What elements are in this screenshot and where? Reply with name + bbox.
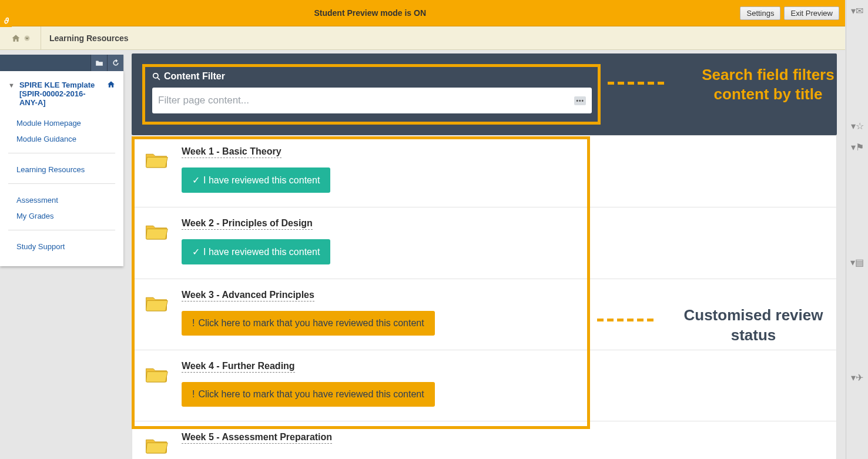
content-filter-input[interactable] bbox=[158, 95, 574, 106]
mark-reviewed-button[interactable]: ! Click here to mark that you have revie… bbox=[182, 382, 435, 407]
content-item: Week 2 - Principles of Design✓ I have re… bbox=[132, 207, 837, 279]
svg-point-0 bbox=[24, 35, 29, 41]
gutter-collapse-icon[interactable]: ▾✉ bbox=[846, 0, 868, 21]
content-item-title[interactable]: Week 5 - Assessment Preparation bbox=[182, 432, 332, 444]
sidebar-link[interactable]: Assessment bbox=[8, 192, 115, 208]
right-gutter: ▾✉ ▾☆ ▾⚑ ▾▤ ▾✈ bbox=[846, 0, 868, 459]
content-filter-label: Content Filter bbox=[152, 71, 592, 82]
sidebar-header bbox=[0, 55, 123, 71]
folder-icon bbox=[144, 292, 169, 316]
sidebar-link[interactable]: My Grades bbox=[8, 208, 115, 224]
sidebar: ▼ SPIRE KLE Template [SPIR-00002-2016-AN… bbox=[0, 50, 123, 459]
course-title-text: SPIRE KLE Template [SPIR-00002-2016-ANY-… bbox=[19, 81, 102, 107]
folder-open-icon[interactable] bbox=[91, 55, 107, 71]
gutter-send-icon[interactable]: ▾✈ bbox=[846, 367, 868, 388]
preview-banner: ϑ Student Preview mode is ON Settings Ex… bbox=[0, 0, 845, 26]
content-list: Week 1 - Basic Theory✓ I have reviewed t… bbox=[132, 135, 837, 459]
annotation-search: Search field filters content by title bbox=[608, 65, 859, 103]
gutter-star-icon[interactable]: ▾☆ bbox=[846, 115, 868, 136]
folder-icon bbox=[144, 220, 169, 244]
preview-message: Student Preview mode is ON bbox=[0, 8, 740, 18]
main-content: Content Filter ••• Search field filters … bbox=[123, 50, 845, 459]
svg-line-2 bbox=[157, 78, 160, 80]
content-filter-highlight: Content Filter ••• bbox=[142, 64, 601, 125]
keyboard-hint-icon: ••• bbox=[574, 96, 586, 105]
mark-reviewed-button[interactable]: ! Click here to mark that you have revie… bbox=[182, 311, 435, 336]
content-item: Week 5 - Assessment Preparation bbox=[132, 421, 837, 459]
content-item-title[interactable]: Week 4 - Further Reading bbox=[182, 361, 295, 373]
preview-tab-icon: ϑ bbox=[0, 14, 12, 27]
breadcrumb: Learning Resources bbox=[0, 26, 845, 50]
breadcrumb-title: Learning Resources bbox=[41, 26, 129, 49]
content-item: Week 4 - Further Reading! Click here to … bbox=[132, 350, 837, 421]
reviewed-status-button[interactable]: ✓ I have reviewed this content bbox=[182, 167, 330, 193]
content-filter-panel: Content Filter ••• Search field filters … bbox=[132, 53, 837, 135]
gutter-flag-icon[interactable]: ▾⚑ bbox=[846, 136, 868, 158]
svg-point-1 bbox=[153, 73, 158, 78]
check-icon: ✓ bbox=[192, 175, 200, 186]
caret-down-icon: ▼ bbox=[8, 82, 15, 89]
gutter-page-icon[interactable]: ▾▤ bbox=[846, 252, 868, 273]
folder-icon bbox=[144, 434, 169, 458]
chevron-down-icon bbox=[24, 35, 30, 41]
home-icon bbox=[11, 34, 21, 42]
annotation-review-status: Customised review status bbox=[597, 306, 842, 346]
search-icon bbox=[152, 72, 160, 81]
breadcrumb-home[interactable] bbox=[0, 26, 41, 49]
reviewed-status-button[interactable]: ✓ I have reviewed this content bbox=[182, 239, 330, 264]
sidebar-link[interactable]: Study Support bbox=[8, 239, 115, 254]
check-icon: ✓ bbox=[192, 246, 200, 257]
exit-preview-button[interactable]: Exit Preview bbox=[784, 6, 839, 20]
content-item-title[interactable]: Week 3 - Advanced Principles bbox=[182, 290, 314, 301]
alert-icon: ! bbox=[192, 389, 195, 400]
refresh-icon[interactable] bbox=[107, 55, 123, 71]
content-item-title[interactable]: Week 1 - Basic Theory bbox=[182, 146, 281, 158]
content-item-title[interactable]: Week 2 - Principles of Design bbox=[182, 218, 313, 230]
settings-button[interactable]: Settings bbox=[740, 6, 780, 20]
sidebar-link[interactable]: Learning Resources bbox=[8, 162, 115, 177]
home-icon bbox=[107, 81, 115, 90]
folder-icon bbox=[144, 149, 169, 172]
alert-icon: ! bbox=[192, 318, 195, 329]
sidebar-link[interactable]: Module Guidance bbox=[8, 131, 115, 147]
content-item: Week 1 - Basic Theory✓ I have reviewed t… bbox=[132, 135, 837, 207]
sidebar-link[interactable]: Module Homepage bbox=[8, 115, 115, 131]
content-filter-input-wrap[interactable]: ••• bbox=[152, 88, 592, 113]
course-title[interactable]: ▼ SPIRE KLE Template [SPIR-00002-2016-AN… bbox=[8, 81, 115, 107]
folder-icon bbox=[144, 363, 169, 387]
